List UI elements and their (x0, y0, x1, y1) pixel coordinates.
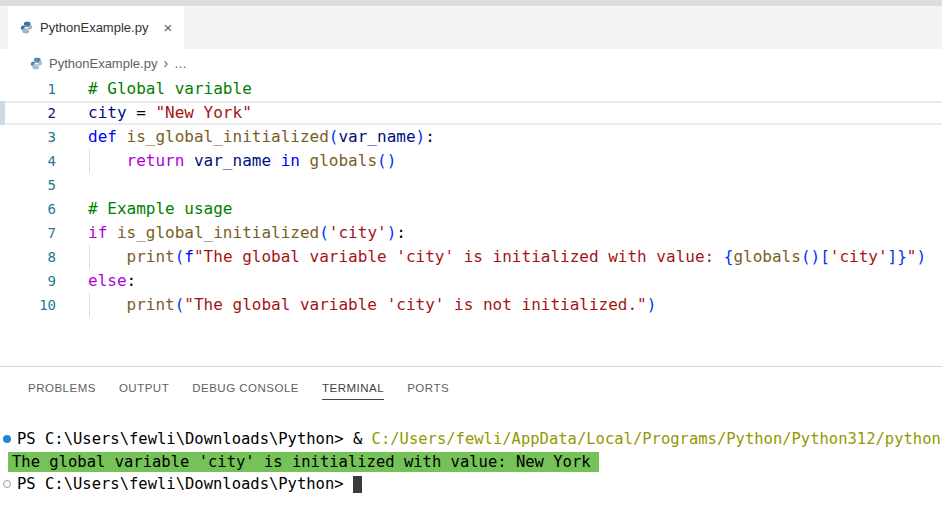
code-token: ) (387, 223, 397, 242)
close-icon[interactable]: × (163, 20, 172, 35)
current-line-marker (0, 101, 5, 125)
panel-tab-output[interactable]: OUTPUT (119, 367, 169, 409)
panel-tab-ports[interactable]: PORTS (407, 367, 449, 409)
code-token: PS C:\Users\fewli\Downloads\Python> (17, 475, 353, 493)
code-token: print (127, 247, 175, 266)
line-number[interactable]: 3 (0, 129, 56, 145)
code-token: { (724, 247, 734, 266)
code-line-7[interactable]: 7if is_global_initialized('city'): (0, 221, 942, 245)
code-token: ( (175, 295, 185, 314)
indent-guide (89, 245, 90, 269)
code-token: [ (820, 247, 830, 266)
code-token: print (127, 295, 175, 314)
breadcrumb-ellipsis[interactable]: … (174, 56, 187, 71)
code-line-1[interactable]: 1# Global variable (0, 77, 942, 101)
code-token: } (897, 247, 907, 266)
code-token: ) (647, 295, 657, 314)
code-text: # Global variable (88, 77, 252, 101)
code-text: print(f"The global variable 'city' is in… (88, 245, 926, 269)
code-token: : (396, 223, 406, 242)
tab-pythonexample[interactable]: PythonExample.py × (8, 6, 184, 49)
code-token: "The global variable 'city' is not initi… (184, 295, 646, 314)
line-number[interactable]: 7 (0, 225, 56, 241)
code-editor[interactable]: 1# Global variable2city = "New York"3def… (0, 77, 942, 366)
line-number[interactable]: 5 (0, 177, 56, 193)
code-token: "The global variable 'city' is initializ… (194, 247, 724, 266)
panel-tab-terminal[interactable]: TERMINAL (322, 367, 384, 409)
code-token: # Example usage (88, 199, 233, 218)
terminal-cursor (353, 476, 362, 493)
line-number[interactable]: 2 (0, 105, 56, 121)
editor-tab-bar: PythonExample.py × (0, 6, 942, 49)
line-number[interactable]: 6 (0, 201, 56, 217)
code-token: : (425, 127, 435, 146)
code-token: "New York" (155, 103, 251, 122)
code-token: is_global_initialized (127, 127, 329, 146)
code-line-5[interactable]: 5 (0, 173, 942, 197)
code-token (88, 247, 127, 266)
breadcrumb: PythonExample.py › … (0, 49, 942, 77)
code-text: else: (88, 269, 136, 293)
code-token: The global variable 'city' is initialize… (12, 453, 591, 471)
chevron-right-icon: › (163, 55, 168, 71)
code-token: return (127, 151, 185, 170)
code-token: : (127, 271, 137, 290)
code-token: () (801, 247, 820, 266)
code-token (271, 151, 281, 170)
code-line-4[interactable]: 4 return var_name in globals() (0, 149, 942, 173)
code-token: def (88, 127, 127, 146)
line-number[interactable]: 10 (0, 297, 56, 313)
code-token: globals (310, 151, 377, 170)
code-text: return var_name in globals() (88, 149, 396, 173)
code-token: if (88, 223, 117, 242)
code-text: city = "New York" (88, 101, 252, 125)
panel-tab-bar: PROBLEMSOUTPUTDEBUG CONSOLETERMINALPORTS (0, 367, 942, 409)
code-token: ) (917, 247, 927, 266)
code-token: ( (175, 247, 185, 266)
code-token: " (907, 247, 917, 266)
terminal[interactable]: PS C:\Users\fewli\Downloads\Python> & C:… (0, 409, 942, 496)
command-pending-decoration-icon[interactable] (3, 480, 11, 488)
line-number[interactable]: 9 (0, 273, 56, 289)
line-number[interactable]: 4 (0, 153, 56, 169)
code-token: ( (319, 223, 329, 242)
panel-tab-debug-console[interactable]: DEBUG CONSOLE (192, 367, 299, 409)
code-line-9[interactable]: 9else: (0, 269, 942, 293)
code-line-2[interactable]: 2city = "New York" (0, 101, 942, 125)
code-text: if is_global_initialized('city'): (88, 221, 406, 245)
code-token (184, 151, 194, 170)
code-token: C:/Users/fewli/AppData/Local/Programs/Py… (372, 430, 942, 448)
code-line-6[interactable]: 6# Example usage (0, 197, 942, 221)
line-number[interactable]: 1 (0, 81, 56, 97)
code-token: = (127, 103, 156, 122)
code-token (300, 151, 310, 170)
indent-guide (89, 293, 90, 317)
code-token: var_name (194, 151, 271, 170)
bottom-panel: PROBLEMSOUTPUTDEBUG CONSOLETERMINALPORTS… (0, 366, 942, 496)
code-line-10[interactable]: 10 print("The global variable 'city' is … (0, 293, 942, 317)
code-token: in (281, 151, 300, 170)
code-token: ] (888, 247, 898, 266)
terminal-line-3: PS C:\Users\fewli\Downloads\Python> (0, 473, 942, 496)
code-token: ) (416, 127, 426, 146)
code-token: is_global_initialized (117, 223, 319, 242)
panel-tab-problems[interactable]: PROBLEMS (28, 367, 96, 409)
breadcrumb-file[interactable]: PythonExample.py (49, 56, 157, 71)
code-token: city (88, 103, 127, 122)
terminal-line-1: PS C:\Users\fewli\Downloads\Python> & C:… (0, 428, 942, 451)
code-line-8[interactable]: 8 print(f"The global variable 'city' is … (0, 245, 942, 269)
python-icon (30, 57, 43, 70)
code-token: f (184, 247, 194, 266)
code-token: PS C:\Users\fewli\Downloads\Python> & (17, 430, 372, 448)
command-success-decoration-icon[interactable] (3, 435, 11, 443)
indent-guide (89, 149, 90, 173)
code-text: print("The global variable 'city' is not… (88, 293, 656, 317)
code-token: globals (733, 247, 800, 266)
code-token: var_name (338, 127, 415, 146)
line-number[interactable]: 8 (0, 249, 56, 265)
code-token: 'city' (329, 223, 387, 242)
code-token: () (377, 151, 396, 170)
code-text: # Example usage (88, 197, 233, 221)
code-line-3[interactable]: 3def is_global_initialized(var_name): (0, 125, 942, 149)
code-token: else (88, 271, 127, 290)
